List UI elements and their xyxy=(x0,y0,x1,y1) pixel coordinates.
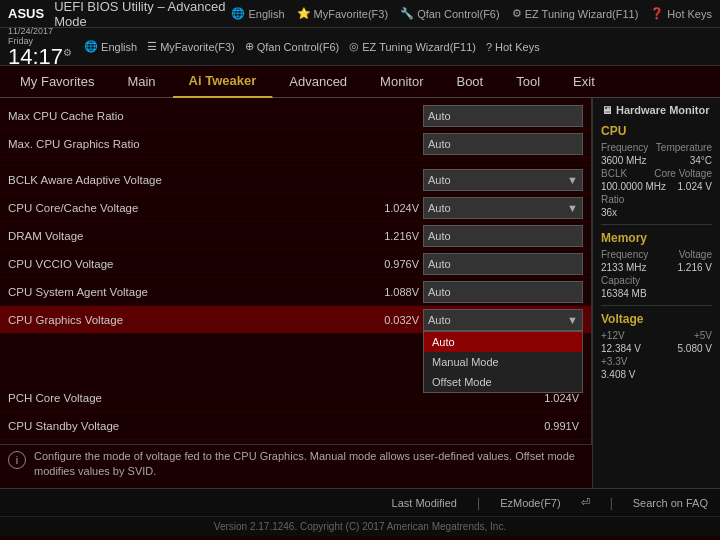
hw-volt-12-val-row: 12.384 V 5.080 V xyxy=(601,343,712,354)
tab-boot[interactable]: Boot xyxy=(440,66,500,98)
hw-cpu-freq-val-row: 3600 MHz 34°C xyxy=(601,155,712,166)
dropdown-option-manual[interactable]: Manual Mode xyxy=(424,352,582,372)
hw-volt-12-value: 12.384 V xyxy=(601,343,641,354)
hw-cpu-section: CPU xyxy=(601,124,712,138)
main-content: Max CPU Cache Ratio Auto Max. CPU Graphi… xyxy=(0,98,720,488)
hw-cpu-bclk-val-row: 100.0000 MHz 1.024 V xyxy=(601,181,712,192)
dropdown-option-auto[interactable]: Auto xyxy=(424,332,582,352)
setting-bclk-aware[interactable]: BCLK Aware Adaptive Voltage Auto ▼ xyxy=(0,166,591,194)
setting-value-pch-core: 1.024V xyxy=(519,392,579,404)
second-bar: 11/24/2017Friday 14:17⚙ 🌐 English ☰ MyFa… xyxy=(0,28,720,66)
setting-value-cpu-core: 1.024V xyxy=(359,202,419,214)
hotkeys-shortcut[interactable]: ❓ Hot Keys xyxy=(650,7,712,20)
setting-max-cpu-cache[interactable]: Max CPU Cache Ratio Auto xyxy=(0,102,591,130)
setting-dropdown-cpu-core[interactable]: Auto ▼ xyxy=(423,197,583,219)
hw-mem-cap-val-row: 16384 MB xyxy=(601,288,712,299)
tab-my-favorites[interactable]: My Favorites xyxy=(4,66,111,98)
hw-cpu-freq-value: 3600 MHz xyxy=(601,155,647,166)
hw-cpu-ratio-label: Ratio xyxy=(601,194,624,205)
hw-cpu-freq-label: Frequency xyxy=(601,142,648,153)
myfav-btn[interactable]: ☰ MyFavorite(F3) xyxy=(147,40,235,53)
hw-cpu-ratio-val-row: 36x xyxy=(601,207,712,218)
setting-label-max-cpu-graphics: Max. CPU Graphics Ratio xyxy=(8,138,423,150)
setting-label-cpu-vccio: CPU VCCIO Voltage xyxy=(8,258,359,270)
footer: Version 2.17.1246. Copyright (C) 2017 Am… xyxy=(0,516,720,536)
footer-text: Version 2.17.1246. Copyright (C) 2017 Am… xyxy=(214,521,506,532)
hw-cpu-freq-row: Frequency Temperature xyxy=(601,142,712,153)
info-text: Configure the mode of voltage fed to the… xyxy=(34,449,584,480)
setting-dropdown-max-cpu-cache[interactable]: Auto xyxy=(423,105,583,127)
tab-monitor[interactable]: Monitor xyxy=(364,66,440,98)
search-faq-link[interactable]: Search on FAQ xyxy=(633,497,708,509)
setting-cpu-system-agent[interactable]: CPU System Agent Voltage 1.088V Auto xyxy=(0,278,591,306)
hotkeys-btn[interactable]: ? Hot Keys xyxy=(486,41,540,53)
language-shortcut[interactable]: 🌐 English xyxy=(231,7,284,20)
top-bar: ASUS UEFI BIOS Utility – Advanced Mode 🌐… xyxy=(0,0,720,28)
spacer-1 xyxy=(0,158,591,166)
hardware-monitor-panel: 🖥 Hardware Monitor CPU Frequency Tempera… xyxy=(592,98,720,488)
last-modified-link[interactable]: Last Modified xyxy=(392,497,457,509)
top-bar-shortcuts: 🌐 English ⭐ MyFavorite(F3) 🔧 Qfan Contro… xyxy=(231,7,712,20)
setting-cpu-graphics-voltage[interactable]: CPU Graphics Voltage 0.032V Auto ▼ Auto … xyxy=(0,306,591,334)
setting-dropdown-bclk[interactable]: Auto ▼ xyxy=(423,169,583,191)
ez-tuning-btn[interactable]: ◎ EZ Tuning Wizard(F11) xyxy=(349,40,476,53)
setting-dropdown-cpu-graphics[interactable]: Auto ▼ xyxy=(423,309,583,331)
monitor-icon: 🖥 xyxy=(601,104,612,116)
setting-dropdown-cpu-vccio[interactable]: Auto xyxy=(423,253,583,275)
tab-main[interactable]: Main xyxy=(111,66,172,98)
tab-exit[interactable]: Exit xyxy=(557,66,612,98)
hw-monitor-title: 🖥 Hardware Monitor xyxy=(601,104,712,116)
bottom-divider-2: | xyxy=(610,496,613,510)
hw-cpu-temp-label: Temperature xyxy=(656,142,712,153)
qfan-shortcut[interactable]: 🔧 Qfan Control(F6) xyxy=(400,7,500,20)
hw-volt-33-label: +3.3V xyxy=(601,356,627,367)
tab-ai-tweaker[interactable]: Ai Tweaker xyxy=(173,66,274,98)
setting-label-cpu-graphics: CPU Graphics Voltage xyxy=(8,314,359,326)
bottom-divider-1: | xyxy=(477,496,480,510)
setting-max-cpu-graphics[interactable]: Max. CPU Graphics Ratio Auto xyxy=(0,130,591,158)
eztuning-shortcut[interactable]: ⚙ EZ Tuning Wizard(F11) xyxy=(512,7,639,20)
setting-dram-voltage[interactable]: DRAM Voltage 1.216V Auto xyxy=(0,222,591,250)
setting-label-dram-voltage: DRAM Voltage xyxy=(8,230,359,242)
hw-divider-2 xyxy=(601,305,712,306)
setting-cpu-vccio[interactable]: CPU VCCIO Voltage 0.976V Auto xyxy=(0,250,591,278)
hw-cpu-bclk-value: 100.0000 MHz xyxy=(601,181,666,192)
hw-mem-cap-value: 16384 MB xyxy=(601,288,647,299)
setting-dropdown-max-cpu-graphics[interactable]: Auto xyxy=(423,133,583,155)
dropdown-container-cpu-graphics: Auto ▼ Auto Manual Mode Offset Mode xyxy=(423,309,583,331)
qfan-btn[interactable]: ⊕ Qfan Control(F6) xyxy=(245,40,340,53)
tab-tool[interactable]: Tool xyxy=(500,66,557,98)
hw-memory-section: Memory xyxy=(601,231,712,245)
hw-volt-12-label: +12V xyxy=(601,330,625,341)
hw-mem-volt-label: Voltage xyxy=(679,249,712,260)
hw-cpu-temp-value: 34°C xyxy=(690,155,712,166)
bios-title: UEFI BIOS Utility – Advanced Mode xyxy=(54,0,231,29)
myfavorite-shortcut[interactable]: ⭐ MyFavorite(F3) xyxy=(297,7,389,20)
language-btn[interactable]: 🌐 English xyxy=(84,40,137,53)
ez-mode-link[interactable]: EzMode(F7) xyxy=(500,497,561,509)
hw-mem-cap-label-row: Capacity xyxy=(601,275,712,286)
setting-value-cpu-standby: 0.991V xyxy=(519,420,579,432)
hw-volt-33-label-row: +3.3V xyxy=(601,356,712,367)
hw-volt-12-label-row: +12V +5V xyxy=(601,330,712,341)
dropdown-arrow-cpu-graphics: ▼ xyxy=(567,314,578,326)
ez-mode-icon: ⏎ xyxy=(581,496,590,509)
tab-advanced[interactable]: Advanced xyxy=(273,66,364,98)
hw-cpu-corevolt-value: 1.024 V xyxy=(678,181,712,192)
setting-cpu-core-voltage[interactable]: CPU Core/Cache Voltage 1.024V Auto ▼ xyxy=(0,194,591,222)
hw-volt-33-value: 3.408 V xyxy=(601,369,635,380)
hw-cpu-bclk-label: BCLK xyxy=(601,168,627,179)
setting-cpu-standby[interactable]: CPU Standby Voltage 0.991V xyxy=(0,412,591,440)
hw-volt-5-label: +5V xyxy=(694,330,712,341)
date-text: 11/24/2017Friday xyxy=(8,26,72,46)
setting-value-cpu-vccio: 0.976V xyxy=(359,258,419,270)
bottom-bar: Last Modified | EzMode(F7) ⏎ | Search on… xyxy=(0,488,720,516)
setting-dropdown-cpu-agent[interactable]: Auto xyxy=(423,281,583,303)
setting-dropdown-dram[interactable]: Auto xyxy=(423,225,583,247)
hw-mem-volt-value: 1.216 V xyxy=(678,262,712,273)
hw-cpu-ratio-label-row: Ratio xyxy=(601,194,712,205)
dropdown-option-offset[interactable]: Offset Mode xyxy=(424,372,582,392)
setting-value-cpu-agent: 1.088V xyxy=(359,286,419,298)
info-bar: i Configure the mode of voltage fed to t… xyxy=(0,444,592,488)
hw-volt-5-value: 5.080 V xyxy=(678,343,712,354)
